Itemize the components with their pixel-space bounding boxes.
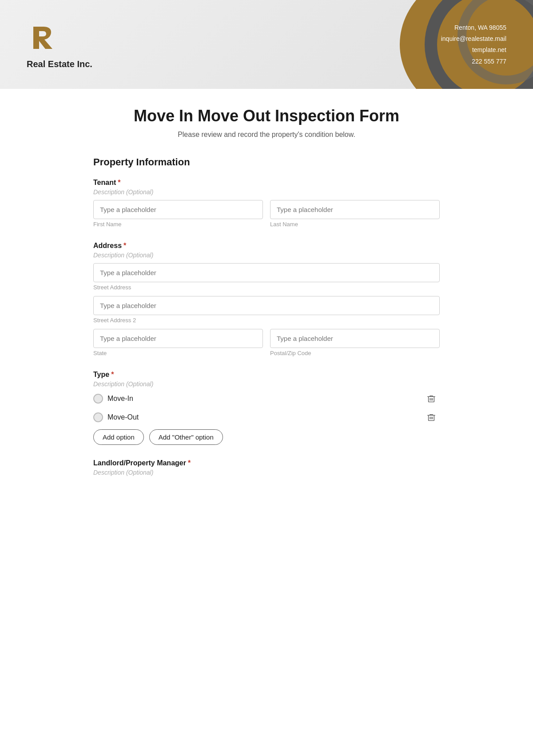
moveout-delete-button[interactable] bbox=[423, 411, 440, 424]
add-options-row: Add option Add "Other" option bbox=[93, 429, 440, 445]
company-logo-icon bbox=[27, 20, 62, 56]
first-name-wrapper: First Name bbox=[93, 200, 263, 228]
type-option-moveout-left: Move-Out bbox=[93, 412, 139, 422]
state-sublabel: State bbox=[93, 350, 263, 356]
street-address-wrapper: Street Address bbox=[93, 263, 440, 291]
state-input[interactable] bbox=[93, 329, 263, 348]
type-description: Description (Optional) bbox=[93, 380, 440, 388]
company-name: Real Estate Inc. bbox=[27, 59, 92, 69]
page-header: Real Estate Inc. Renton, WA 98055 inquir… bbox=[0, 0, 533, 89]
address-required-star: * bbox=[123, 242, 126, 250]
form-title: Move In Move Out Inspection Form bbox=[93, 107, 440, 125]
landlord-description: Description (Optional) bbox=[93, 469, 440, 476]
zip-input[interactable] bbox=[270, 329, 440, 348]
street-address-input[interactable] bbox=[93, 263, 440, 282]
last-name-sublabel: Last Name bbox=[270, 221, 440, 228]
add-option-button[interactable]: Add option bbox=[93, 429, 144, 445]
company-email: inquire@realestate.mail bbox=[441, 33, 506, 44]
state-wrapper: State bbox=[93, 329, 263, 356]
type-label: Type * bbox=[93, 371, 440, 379]
landlord-label: Landlord/Property Manager * bbox=[93, 459, 440, 467]
landlord-field-group: Landlord/Property Manager * Description … bbox=[93, 459, 440, 476]
zip-wrapper: Postal/Zip Code bbox=[270, 329, 440, 356]
moveout-radio[interactable] bbox=[93, 412, 103, 422]
property-info-section-title: Property Information bbox=[93, 156, 440, 168]
landlord-required-star: * bbox=[188, 459, 191, 467]
tenant-field-group: Tenant * Description (Optional) First Na… bbox=[93, 179, 440, 228]
moveout-label: Move-Out bbox=[107, 413, 139, 421]
street-address2-wrapper: Street Address 2 bbox=[93, 296, 440, 324]
movein-label: Move-In bbox=[107, 395, 133, 403]
last-name-wrapper: Last Name bbox=[270, 200, 440, 228]
company-website: template.net bbox=[441, 44, 506, 56]
address-field-group: Address * Description (Optional) Street … bbox=[93, 242, 440, 356]
street2-sublabel: Street Address 2 bbox=[93, 317, 440, 324]
tenant-name-row: First Name Last Name bbox=[93, 200, 440, 228]
form-subtitle: Please review and record the property's … bbox=[93, 131, 440, 139]
tenant-description: Description (Optional) bbox=[93, 188, 440, 196]
state-zip-row: State Postal/Zip Code bbox=[93, 329, 440, 356]
tenant-required-star: * bbox=[118, 179, 120, 187]
street-sublabel: Street Address bbox=[93, 284, 440, 291]
type-option-moveout-row: Move-Out bbox=[93, 411, 440, 424]
movein-delete-button[interactable] bbox=[423, 392, 440, 405]
type-required-star: * bbox=[111, 371, 114, 379]
last-name-input[interactable] bbox=[270, 200, 440, 219]
type-field-group: Type * Description (Optional) Move-In bbox=[93, 371, 440, 445]
tenant-label: Tenant * bbox=[93, 179, 440, 187]
type-option-movein-left: Move-In bbox=[93, 394, 133, 404]
add-other-option-button[interactable]: Add "Other" option bbox=[149, 429, 223, 445]
company-address: Renton, WA 98055 bbox=[441, 22, 506, 33]
movein-radio[interactable] bbox=[93, 394, 103, 404]
type-option-movein-row: Move-In bbox=[93, 392, 440, 405]
company-contact: Renton, WA 98055 inquire@realestate.mail… bbox=[441, 22, 506, 67]
first-name-sublabel: First Name bbox=[93, 221, 263, 228]
first-name-input[interactable] bbox=[93, 200, 263, 219]
company-phone: 222 555 777 bbox=[441, 56, 506, 67]
logo-area: Real Estate Inc. bbox=[27, 20, 92, 69]
zip-sublabel: Postal/Zip Code bbox=[270, 350, 440, 356]
trash-icon bbox=[426, 394, 436, 404]
trash-icon-2 bbox=[426, 412, 436, 422]
address-description: Description (Optional) bbox=[93, 252, 440, 259]
address-label: Address * bbox=[93, 242, 440, 250]
street-address2-input[interactable] bbox=[93, 296, 440, 315]
main-content: Move In Move Out Inspection Form Please … bbox=[67, 89, 466, 517]
